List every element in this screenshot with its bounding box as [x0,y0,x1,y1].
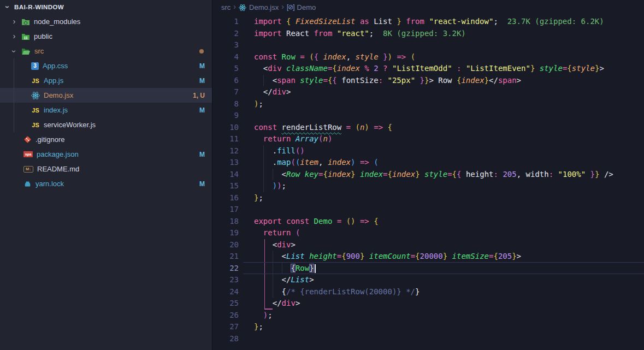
line-number: 6 [212,75,239,87]
javascript-icon: JS [31,107,40,114]
code-lines: 1import { FixedSizeList as List } from "… [212,16,644,345]
line-number: 24 [212,286,239,298]
line-number: 18 [212,216,239,228]
css3-icon: 3 [31,62,39,70]
code-line[interactable]: 22 {Row} [212,263,644,275]
breadcrumb-item-src[interactable]: src [221,3,231,11]
code-line[interactable]: 14 <Row key={index} index={index} style=… [212,169,644,181]
line-number: 28 [212,333,239,345]
tree-item-public[interactable]: ›public [0,29,212,44]
git-icon [23,135,32,144]
chevron-down-icon: › [5,4,10,10]
tree-item-serviceworker-js[interactable]: JSserviceWorker.js [0,117,212,132]
line-number: 13 [212,157,239,169]
tree-item-label: .gitignore [36,135,64,144]
tree-item-gitignore[interactable]: .gitignore [0,132,212,147]
line-number: 26 [212,310,239,322]
code-editor[interactable]: 1import { FixedSizeList as List } from "… [212,14,644,345]
tree-item-readme-md[interactable]: M↓README.md [0,162,212,176]
git-status-badge: M [199,180,205,188]
git-status-badge: M [199,106,205,114]
breadcrumb-item-symbol[interactable]: Demo [297,3,316,11]
line-number: 15 [212,180,239,192]
tree-item-index-js[interactable]: JSindex.jsM [0,103,212,117]
line-number: 3 [212,39,239,51]
code-line[interactable]: 27}; [212,321,644,333]
text-cursor [315,264,316,273]
code-line[interactable]: 21 <List height={900} itemCount={20000} … [212,251,644,263]
code-line[interactable]: 24 {/* {renderListRow(20000)} */} [212,286,644,298]
line-number: 8 [212,98,239,110]
chevron-down-icon[interactable]: › [11,48,17,55]
yarn-icon [23,180,32,188]
project-title: BAI-R-WINDOW [14,4,64,10]
git-status-badge: 1, U [193,92,205,99]
tree-item-yarn-lock[interactable]: yarn.lockM [0,176,212,191]
line-number: 9 [212,110,239,122]
line-number: 16 [212,192,239,204]
code-line[interactable]: 15 )); [212,180,644,192]
line-number: 27 [212,321,239,333]
chevron-right-icon[interactable]: › [11,19,17,24]
react-icon [31,91,40,100]
explorer-sidebar: › BAI-R-WINDOW ›node_modules›public›src3… [0,0,212,350]
tree-item-src[interactable]: ›src [0,44,212,58]
code-line[interactable]: 2import React from "react"; 8K (gzipped:… [212,28,644,40]
tree-item-node-modules[interactable]: ›node_modules [0,14,212,29]
folder-public-icon [21,33,30,40]
tree-item-label: index.js [44,106,68,114]
code-line[interactable]: 18export const Demo = () => { [212,216,644,228]
tree-item-label: Demo.jsx [44,91,73,99]
line-number: 17 [212,204,239,216]
line-number: 7 [212,86,239,98]
code-line[interactable]: 5 <div className={index % 2 ? "ListItemO… [212,63,644,75]
line-number: 11 [212,133,239,145]
breadcrumb-item-file[interactable]: Demo.jsx [249,3,279,11]
git-status-badge: M [199,62,205,70]
folder-node-icon [21,18,30,26]
code-line[interactable]: 6 <span style={{ fontSize: "25px" }}> Ro… [212,75,644,87]
line-number: 10 [212,122,239,134]
line-number: 5 [212,63,239,75]
tree-item-label: serviceWorker.js [44,121,96,129]
code-line[interactable]: 9 [212,110,644,122]
tree-item-demo-jsx[interactable]: Demo.jsx1, U [0,88,212,103]
tree-item-label: yarn.lock [36,180,64,188]
code-line[interactable]: 7 </div> [212,86,644,98]
line-number: 23 [212,274,239,286]
tree-item-app-css[interactable]: 3App.cssM [0,58,212,73]
code-line[interactable]: 3 [212,39,644,51]
editor-pane: src › Demo.jsx › [⊘] Demo 1import { Fixe… [212,0,644,350]
code-line[interactable]: 20 <div> [212,239,644,251]
chevron-right-icon: › [233,2,236,11]
code-line[interactable]: 10const renderListRow = (n) => { [212,122,644,134]
code-line[interactable]: 1import { FixedSizeList as List } from "… [212,16,644,28]
code-line[interactable]: 17 [212,204,644,216]
npm-icon: npm [23,151,33,157]
explorer-section-header[interactable]: › BAI-R-WINDOW [0,0,212,14]
tree-item-label: package.json [37,150,79,158]
code-line[interactable]: 13 .map((item, index) => ( [212,157,644,169]
folder-src-open-icon [21,48,31,55]
git-status-badge: M [199,151,205,158]
line-number: 1 [212,16,239,28]
tree-item-label: src [34,47,44,55]
tree-item-label: App.js [44,76,63,85]
code-line[interactable]: 19 return ( [212,227,644,239]
tree-indent-guide [14,58,14,132]
code-line[interactable]: 11 return Array(n) [212,133,644,145]
chevron-right-icon[interactable]: › [11,33,17,39]
code-line[interactable]: 16}; [212,192,644,204]
code-line[interactable]: 25 </div> [212,298,644,310]
code-line[interactable]: 4const Row = ({ index, style }) => ( [212,51,644,63]
tree-item-app-js[interactable]: JSApp.jsM [0,73,212,88]
code-line[interactable]: 12 .fill() [212,145,644,157]
code-line[interactable]: 28 [212,333,644,345]
vscode-window: › BAI-R-WINDOW ›node_modules›public›src3… [0,0,644,350]
tree-item-package-json[interactable]: npmpackage.jsonM [0,147,212,162]
code-line[interactable]: 8); [212,98,644,110]
code-line[interactable]: 23 </List> [212,274,644,286]
line-number: 22 [212,263,239,275]
code-line[interactable]: 26 ); [212,310,644,322]
git-status-badge: M [199,77,205,85]
